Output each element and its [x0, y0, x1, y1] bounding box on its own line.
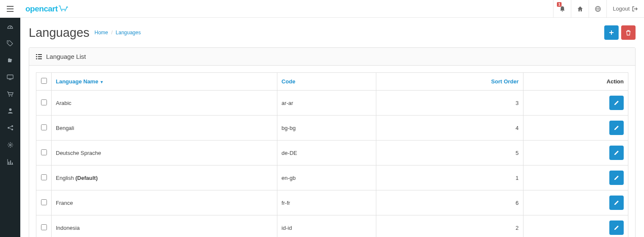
svg-rect-0: [7, 6, 14, 7]
svg-point-15: [11, 125, 13, 127]
row-checkbox[interactable]: [41, 149, 47, 155]
th-name[interactable]: Language Name ▾: [52, 73, 277, 91]
cell-sort-order: 6: [376, 190, 523, 215]
gear-icon: [7, 142, 14, 148]
select-all-checkbox[interactable]: [41, 78, 47, 84]
svg-rect-24: [12, 163, 13, 164]
page-title: Languages: [29, 26, 90, 40]
sidebar-item-sales[interactable]: [0, 85, 20, 102]
svg-rect-1: [7, 8, 14, 9]
svg-point-19: [9, 144, 11, 146]
menu-toggle-button[interactable]: [0, 0, 20, 18]
add-new-button[interactable]: [604, 25, 619, 40]
row-checkbox[interactable]: [41, 99, 47, 105]
share-icon: [7, 125, 14, 131]
table-row: Arabicar-ar3: [36, 91, 628, 116]
th-action: Action: [523, 73, 628, 91]
svg-point-3: [61, 10, 63, 11]
home-icon: [577, 6, 583, 12]
cell-code: id-id: [277, 215, 376, 237]
cell-name: Arabic: [52, 91, 277, 116]
edit-button[interactable]: [609, 171, 624, 185]
sidebar-item-design[interactable]: [0, 69, 20, 85]
sidebar-item-system[interactable]: [0, 136, 20, 153]
cell-name: English (Default): [52, 165, 277, 190]
notification-badge: 1: [557, 2, 562, 7]
chevron-down-icon: ▾: [101, 80, 103, 84]
svg-point-4: [65, 10, 66, 11]
edit-button[interactable]: [609, 146, 624, 160]
cell-sort-order: 5: [376, 141, 523, 165]
table-row: Bengalibg-bg4: [36, 116, 628, 141]
cell-code: de-DE: [277, 141, 376, 165]
brand-logo[interactable]: opencart: [20, 4, 74, 14]
cell-code: bg-bg: [277, 116, 376, 141]
delete-button[interactable]: [621, 25, 636, 40]
bell-icon: [559, 6, 565, 12]
pencil-icon: [614, 225, 619, 230]
row-checkbox[interactable]: [41, 224, 47, 230]
cell-sort-order: 1: [376, 165, 523, 190]
globe-button[interactable]: [589, 0, 606, 18]
svg-rect-30: [38, 56, 42, 57]
cell-name: Deutsche Sprache: [52, 141, 277, 165]
svg-rect-32: [38, 58, 42, 59]
svg-rect-28: [38, 54, 42, 55]
menu-icon: [7, 6, 14, 12]
brand-name: opencart: [25, 4, 58, 14]
svg-rect-27: [36, 54, 37, 55]
chart-icon: [7, 159, 13, 165]
sidebar-item-reports[interactable]: [0, 153, 20, 170]
cart-icon: [58, 5, 69, 12]
row-checkbox[interactable]: [41, 174, 47, 180]
pencil-icon: [614, 125, 619, 130]
edit-button[interactable]: [609, 96, 624, 110]
sidebar-item-marketing[interactable]: [0, 119, 20, 136]
cell-sort-order: 4: [376, 116, 523, 141]
table-row: Indonesiaid-id2: [36, 215, 628, 237]
sidebar-item-extensions[interactable]: [0, 52, 20, 69]
logout-button[interactable]: Logout: [606, 0, 644, 18]
th-sort-order[interactable]: Sort Order: [376, 73, 523, 91]
table-row: English (Default)en-gb1: [36, 165, 628, 190]
svg-line-17: [9, 127, 11, 128]
edit-button[interactable]: [609, 121, 624, 135]
row-checkbox[interactable]: [41, 124, 47, 130]
sidebar-item-catalog[interactable]: [0, 35, 20, 52]
pencil-icon: [614, 175, 619, 180]
dashboard-icon: [7, 23, 14, 29]
svg-rect-29: [36, 56, 37, 57]
cell-name: France: [52, 190, 277, 215]
cell-name: Indonesia: [52, 215, 277, 237]
cell-sort-order: 2: [376, 215, 523, 237]
cart-icon: [7, 91, 14, 97]
pencil-icon: [614, 100, 619, 105]
svg-point-13: [9, 108, 11, 111]
breadcrumb-home[interactable]: Home: [95, 30, 108, 36]
sidebar-item-dashboard[interactable]: [0, 18, 20, 35]
row-checkbox[interactable]: [41, 199, 47, 205]
cell-code: en-gb: [277, 165, 376, 190]
th-code[interactable]: Code: [277, 73, 376, 91]
svg-rect-31: [36, 58, 37, 59]
pencil-icon: [614, 200, 619, 205]
breadcrumb-sep: /: [111, 30, 112, 36]
logout-label: Logout: [613, 6, 630, 12]
breadcrumb-current[interactable]: Languages: [116, 30, 141, 36]
sidebar-item-customers[interactable]: [0, 102, 20, 119]
edit-button[interactable]: [609, 220, 624, 235]
panel-title: Language List: [46, 53, 86, 60]
svg-rect-22: [8, 162, 9, 164]
home-button[interactable]: [571, 0, 589, 18]
trash-icon: [626, 30, 631, 36]
language-table: Language Name ▾ Code Sort Order Action A…: [36, 72, 628, 237]
svg-point-8: [8, 41, 9, 42]
svg-rect-23: [10, 160, 11, 164]
edit-button[interactable]: [609, 196, 624, 210]
breadcrumb: Home / Languages: [95, 30, 141, 36]
notifications-button[interactable]: 1: [553, 0, 571, 18]
pencil-icon: [614, 150, 619, 155]
list-icon: [36, 54, 42, 59]
svg-point-16: [11, 129, 13, 130]
sidebar: [0, 18, 20, 237]
